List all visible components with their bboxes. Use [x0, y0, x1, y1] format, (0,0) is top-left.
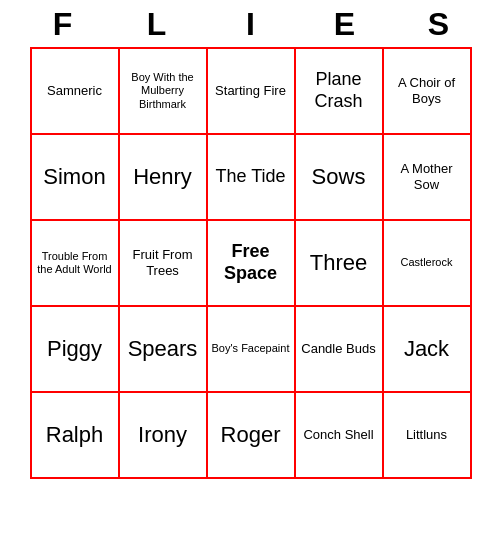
bingo-cell: Fruit From Trees: [120, 221, 208, 307]
header-letter: I: [207, 6, 295, 43]
bingo-cell: A Mother Sow: [384, 135, 472, 221]
header-letter: S: [395, 6, 483, 43]
bingo-cell: Conch Shell: [296, 393, 384, 479]
bingo-cell: Piggy: [32, 307, 120, 393]
header: FLIES: [16, 0, 486, 47]
bingo-cell: Irony: [120, 393, 208, 479]
bingo-cell: Jack: [384, 307, 472, 393]
bingo-cell: Henry: [120, 135, 208, 221]
bingo-cell: Simon: [32, 135, 120, 221]
header-letter: F: [19, 6, 107, 43]
bingo-cell: A Choir of Boys: [384, 49, 472, 135]
header-letter: E: [301, 6, 389, 43]
bingo-grid: SamnericBoy With the Mulberry BirthmarkS…: [30, 47, 472, 479]
bingo-cell: Boy's Facepaint: [208, 307, 296, 393]
bingo-cell: Boy With the Mulberry Birthmark: [120, 49, 208, 135]
header-letter: L: [113, 6, 201, 43]
bingo-cell: Plane Crash: [296, 49, 384, 135]
bingo-cell: Starting Fire: [208, 49, 296, 135]
bingo-cell: Samneric: [32, 49, 120, 135]
bingo-cell: Candle Buds: [296, 307, 384, 393]
bingo-cell: Littluns: [384, 393, 472, 479]
bingo-cell: Roger: [208, 393, 296, 479]
bingo-cell: Free Space: [208, 221, 296, 307]
bingo-cell: Three: [296, 221, 384, 307]
bingo-cell: Trouble From the Adult World: [32, 221, 120, 307]
bingo-cell: Ralph: [32, 393, 120, 479]
bingo-cell: Spears: [120, 307, 208, 393]
bingo-cell: Castlerock: [384, 221, 472, 307]
bingo-cell: Sows: [296, 135, 384, 221]
bingo-cell: The Tide: [208, 135, 296, 221]
